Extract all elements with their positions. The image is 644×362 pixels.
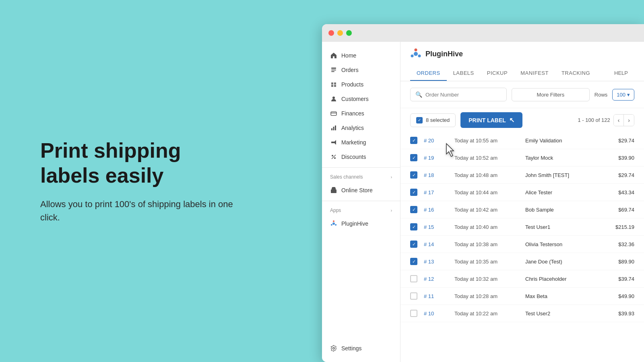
row-checkbox[interactable]: ✓ xyxy=(410,171,417,179)
sidebar-item-orders[interactable]: Orders xyxy=(322,63,400,77)
tab-manifest[interactable]: MANIFEST xyxy=(514,66,555,81)
sidebar-item-home[interactable]: Home xyxy=(322,48,400,63)
tab-orders[interactable]: ORDERS xyxy=(410,66,447,81)
sidebar-item-online-store[interactable]: Online Store xyxy=(322,183,400,197)
svg-point-3 xyxy=(332,97,335,99)
order-number[interactable]: # 19 xyxy=(424,155,448,161)
order-number[interactable]: # 11 xyxy=(424,293,448,299)
order-customer: Emily Validation xyxy=(525,138,596,144)
sidebar-item-marketing[interactable]: Marketing xyxy=(322,135,400,150)
order-number[interactable]: # 14 xyxy=(424,241,448,247)
order-number[interactable]: # 17 xyxy=(424,189,448,195)
tab-tracking[interactable]: TRACKING xyxy=(555,66,597,81)
maximize-button[interactable] xyxy=(346,30,352,36)
order-time: Today at 10:48 am xyxy=(454,172,519,178)
action-bar: ✓ 8 selected PRINT LABEL ↖ 1 - 100 of 12… xyxy=(400,108,644,132)
tab-help[interactable]: HELP xyxy=(608,66,634,81)
toolbar: 🔍 More Filters Rows 100 ▾ xyxy=(400,81,644,108)
sidebar-item-settings[interactable]: Settings xyxy=(322,341,400,356)
row-checkbox[interactable]: ✓ xyxy=(410,258,417,265)
row-checkbox[interactable]: ✓ xyxy=(410,223,417,230)
close-button[interactable] xyxy=(328,30,334,36)
more-filters-button[interactable]: More Filters xyxy=(512,88,590,101)
finances-icon xyxy=(330,110,337,117)
row-checkbox[interactable]: ✓ xyxy=(410,137,417,144)
products-icon xyxy=(330,81,337,88)
svg-point-15 xyxy=(335,224,336,226)
row-checkbox[interactable] xyxy=(410,310,417,317)
sales-channels-section[interactable]: Sales channels › xyxy=(322,171,400,183)
prev-page-button[interactable]: ‹ xyxy=(614,115,624,126)
hero-subtitle: Allows you to print 100's of shipping la… xyxy=(40,197,242,224)
svg-rect-0 xyxy=(331,68,336,69)
minimize-button[interactable] xyxy=(337,30,343,36)
row-checkbox[interactable] xyxy=(410,275,417,282)
next-page-button[interactable]: › xyxy=(623,115,634,126)
sidebar-item-analytics[interactable]: Analytics xyxy=(322,121,400,135)
orders-table: ✓ # 20 Today at 10:55 am Emily Validatio… xyxy=(400,132,644,362)
chevron-right-icon-2: › xyxy=(391,208,392,213)
svg-point-20 xyxy=(411,55,414,58)
order-time: Today at 10:32 am xyxy=(454,276,519,282)
rows-label: Rows xyxy=(594,92,608,98)
order-customer: John Smith [TEST] xyxy=(525,172,596,178)
search-icon: 🔍 xyxy=(415,91,422,98)
sidebar: Home Orders Products xyxy=(322,42,400,362)
left-panel: Print shipping labels easily Allows you … xyxy=(24,0,258,362)
order-amount: $215.19 xyxy=(602,224,634,230)
sidebar-label-orders: Orders xyxy=(341,67,359,73)
svg-point-16 xyxy=(331,224,332,226)
tab-labels[interactable]: LABELS xyxy=(447,66,481,81)
order-amount: $39.93 xyxy=(602,311,634,317)
table-row: ✓ # 18 Today at 10:48 am John Smith [TES… xyxy=(400,167,644,184)
svg-point-14 xyxy=(333,220,334,222)
table-row: ✓ # 20 Today at 10:55 am Emily Validatio… xyxy=(400,132,644,149)
sidebar-label-discounts: Discounts xyxy=(341,154,366,160)
order-number[interactable]: # 18 xyxy=(424,172,448,178)
selected-badge: ✓ 8 selected xyxy=(410,113,456,127)
order-customer: Alice Tester xyxy=(525,189,596,195)
marketing-icon xyxy=(330,139,337,146)
order-number[interactable]: # 16 xyxy=(424,207,448,213)
order-customer: Chris Placeholder xyxy=(525,276,596,282)
order-number[interactable]: # 15 xyxy=(424,224,448,230)
order-customer: Bob Sample xyxy=(525,207,596,213)
sidebar-bottom: Settings xyxy=(322,341,400,356)
order-amount: $89.90 xyxy=(602,259,634,265)
orders-icon xyxy=(330,66,337,74)
divider-1 xyxy=(322,167,400,168)
discounts-icon xyxy=(330,153,337,160)
sidebar-item-pluginhive[interactable]: PluginHive xyxy=(322,216,400,231)
sidebar-item-discounts[interactable]: Discounts xyxy=(322,150,400,164)
apps-label: Apps xyxy=(330,208,341,213)
order-amount: $49.90 xyxy=(602,293,634,299)
table-row: # 11 Today at 10:28 am Max Beta $49.90 xyxy=(400,288,644,305)
order-number[interactable]: # 12 xyxy=(424,276,448,282)
svg-point-13 xyxy=(332,222,335,225)
row-checkbox[interactable]: ✓ xyxy=(410,241,417,248)
sidebar-item-products[interactable]: Products xyxy=(322,77,400,92)
sidebar-item-finances[interactable]: Finances xyxy=(322,106,400,121)
print-label-button[interactable]: PRINT LABEL ↖ xyxy=(460,112,522,128)
search-input[interactable] xyxy=(425,92,502,98)
search-field[interactable]: 🔍 xyxy=(410,88,507,101)
row-checkbox[interactable]: ✓ xyxy=(410,189,417,196)
rows-select[interactable]: 100 ▾ xyxy=(612,89,634,101)
tab-pickup[interactable]: PICKUP xyxy=(481,66,514,81)
order-number[interactable]: # 13 xyxy=(424,259,448,265)
apps-section[interactable]: Apps › xyxy=(322,204,400,216)
order-amount: $69.74 xyxy=(602,207,634,213)
order-number[interactable]: # 10 xyxy=(424,311,448,317)
svg-point-18 xyxy=(415,49,417,51)
row-checkbox[interactable]: ✓ xyxy=(410,206,417,213)
row-checkbox[interactable] xyxy=(410,292,417,300)
sidebar-label-home: Home xyxy=(341,52,356,59)
app-container: Home Orders Products xyxy=(322,42,644,362)
chevron-down-icon: ▾ xyxy=(627,92,630,98)
main-content: PluginHive ORDERS LABELS PICKUP MANIFEST… xyxy=(400,42,644,362)
sidebar-item-customers[interactable]: Customers xyxy=(322,92,400,106)
app-header: PluginHive ORDERS LABELS PICKUP MANIFEST… xyxy=(400,42,644,81)
row-checkbox[interactable]: ✓ xyxy=(410,154,417,161)
order-number[interactable]: # 20 xyxy=(424,138,448,144)
order-customer: Taylor Mock xyxy=(525,155,596,161)
